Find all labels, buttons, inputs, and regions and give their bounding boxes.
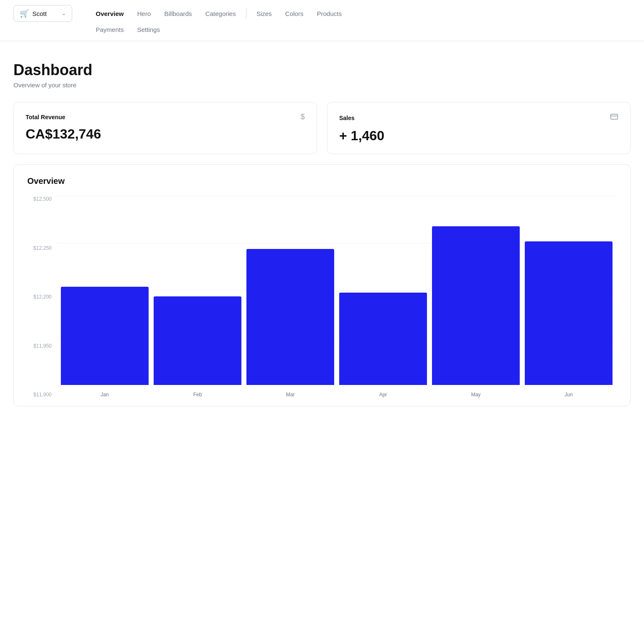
page-subtitle: Overview of your store <box>13 81 631 89</box>
revenue-value: CA$132,746 <box>26 126 305 142</box>
nav-link-sizes[interactable]: Sizes <box>250 8 279 20</box>
bar-jun <box>525 241 613 385</box>
chart-title: Overview <box>27 176 617 186</box>
main-content: Dashboard Overview of your store Total R… <box>0 41 644 420</box>
nav-link-settings[interactable]: Settings <box>131 24 167 36</box>
bar-jan <box>61 287 149 385</box>
x-label-may: May <box>432 389 520 398</box>
y-label-2: $12,200 <box>27 294 52 300</box>
y-label-1: $12,250 <box>27 245 52 251</box>
bar-group-may <box>432 196 520 385</box>
nav-link-products[interactable]: Products <box>310 8 348 20</box>
x-label-mar: Mar <box>246 389 334 398</box>
nav-link-billboards[interactable]: Billboards <box>157 8 199 20</box>
x-labels: JanFebMarAprMayJun <box>57 389 617 398</box>
svg-rect-0 <box>611 114 618 119</box>
revenue-label: Total Revenue <box>26 114 65 120</box>
chart-area: $12,500 $12,250 $12,200 $11,950 $11,900 … <box>27 196 617 398</box>
nav-links-row1: Overview Hero Billboards Categories Size… <box>89 8 348 20</box>
page-title: Dashboard <box>13 61 631 79</box>
bar-may <box>432 226 520 385</box>
bars-row <box>57 196 617 385</box>
y-label-3: $11,950 <box>27 343 52 349</box>
credit-card-icon <box>610 113 618 123</box>
sales-value: + 1,460 <box>339 128 618 144</box>
x-label-feb: Feb <box>154 389 241 398</box>
store-name: Scott <box>32 10 58 17</box>
bar-group-apr <box>339 196 427 385</box>
bar-group-feb <box>154 196 241 385</box>
revenue-card-header: Total Revenue $ <box>26 113 305 121</box>
x-label-apr: Apr <box>339 389 427 398</box>
bar-feb <box>154 296 241 385</box>
bar-apr <box>339 293 427 385</box>
y-label-0: $12,500 <box>27 196 52 202</box>
y-label-4: $11,900 <box>27 392 52 398</box>
navbar: 🛒 Scott ⌄ Overview Hero Billboards Categ… <box>0 0 644 41</box>
y-axis: $12,500 $12,250 $12,200 $11,950 $11,900 <box>27 196 57 398</box>
store-icon: 🛒 <box>20 9 29 18</box>
bar-group-mar <box>246 196 334 385</box>
nav-links-row2: Payments Settings <box>13 24 631 36</box>
sales-card: Sales + 1,460 <box>327 102 631 154</box>
bar-mar <box>246 249 334 385</box>
stats-cards: Total Revenue $ CA$132,746 Sales + 1,460 <box>13 102 631 154</box>
nav-link-categories[interactable]: Categories <box>199 8 243 20</box>
sales-label: Sales <box>339 115 355 121</box>
revenue-card: Total Revenue $ CA$132,746 <box>13 102 317 154</box>
nav-link-hero[interactable]: Hero <box>131 8 158 20</box>
x-label-jun: Jun <box>525 389 613 398</box>
chevron-down-icon: ⌄ <box>62 10 66 16</box>
overview-chart-card: Overview $12,500 $12,250 $12,200 $11,950… <box>13 164 631 406</box>
store-selector[interactable]: 🛒 Scott ⌄ <box>13 5 72 22</box>
nav-divider <box>246 8 246 18</box>
dollar-icon: $ <box>301 113 305 121</box>
x-label-jan: Jan <box>61 389 149 398</box>
nav-link-colors[interactable]: Colors <box>278 8 310 20</box>
bar-group-jun <box>525 196 613 385</box>
sales-card-header: Sales <box>339 113 618 123</box>
bar-group-jan <box>61 196 149 385</box>
chart-body: JanFebMarAprMayJun <box>57 196 617 398</box>
nav-link-payments[interactable]: Payments <box>89 24 131 36</box>
nav-link-overview[interactable]: Overview <box>89 8 131 20</box>
